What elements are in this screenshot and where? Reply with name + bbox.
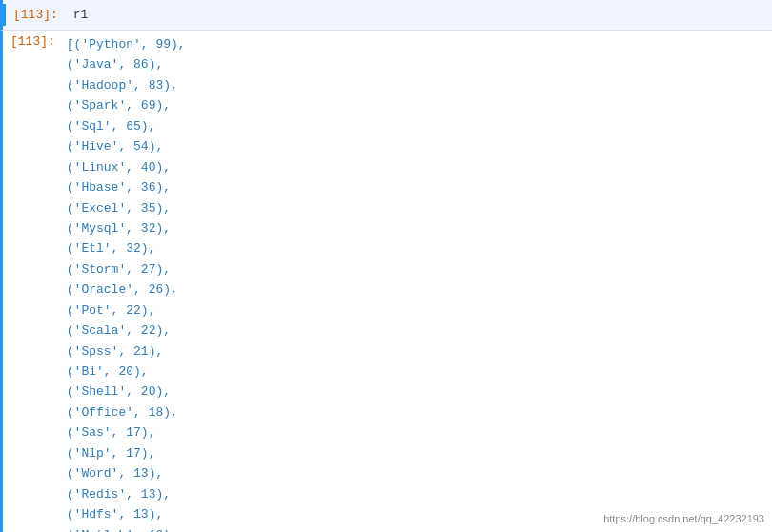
output-label: [113]: (3, 31, 63, 49)
watermark: https://blog.csdn.net/qq_42232193 (603, 513, 764, 524)
output-line: [('Python', 99), (63, 34, 772, 54)
output-line: ('Word', 13), (63, 463, 772, 483)
output-line: ('Java', 86), (63, 54, 772, 74)
output-line: ('Hbase', 36), (63, 177, 772, 197)
output-line: ('Hadoop', 83), (63, 75, 772, 95)
output-line: ('Sql', 65), (63, 116, 772, 136)
output-line: ('Sas', 17), (63, 422, 772, 442)
output-line: ('Spss', 21), (63, 341, 772, 361)
input-label: [113]: (6, 4, 66, 26)
output-border (0, 31, 3, 532)
output-line: ('Hive', 54), (63, 136, 772, 156)
input-cell: [113]: r1 (0, 0, 772, 31)
input-code: r1 (66, 4, 772, 26)
output-line: ('Linux', 40), (63, 157, 772, 177)
output-line: ('Shell', 20), (63, 381, 772, 401)
output-line: ('Scala', 22), (63, 320, 772, 340)
output-data: [('Python', 99), ('Java', 86), ('Hadoop'… (63, 31, 772, 532)
output-line: ('Oracle', 26), (63, 279, 772, 299)
output-line: ('Matlab', 12), (63, 525, 772, 533)
output-line: ('Redis', 13), (63, 484, 772, 504)
output-cell: [113]: [('Python', 99), ('Java', 86), ('… (0, 31, 772, 532)
output-line: ('Storm', 27), (63, 259, 772, 279)
output-line: ('Nlp', 17), (63, 443, 772, 463)
output-line: ('Office', 18), (63, 402, 772, 422)
output-line: ('Spark', 69), (63, 95, 772, 115)
output-line: ('Mysql', 32), (63, 218, 772, 238)
code-text: r1 (73, 5, 89, 25)
output-line: ('Bi', 20), (63, 361, 772, 381)
output-line: ('Pot', 22), (63, 300, 772, 320)
output-line: ('Etl', 32), (63, 238, 772, 258)
output-line: ('Excel', 35), (63, 198, 772, 218)
